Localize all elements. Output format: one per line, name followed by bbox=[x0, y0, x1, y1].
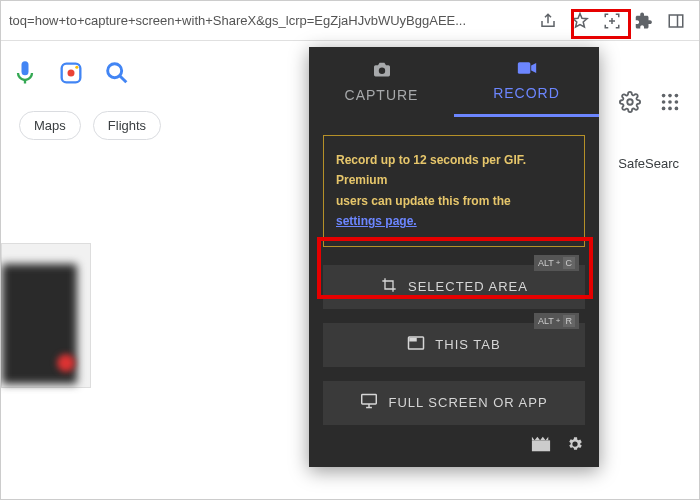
svg-point-8 bbox=[662, 94, 666, 98]
svg-rect-21 bbox=[362, 395, 377, 404]
safesearch-label[interactable]: SafeSearc bbox=[618, 156, 679, 171]
search-result-thumbnail[interactable] bbox=[1, 243, 91, 388]
svg-rect-18 bbox=[517, 62, 530, 74]
full-screen-label: FULL SCREEN OR APP bbox=[388, 395, 547, 410]
notice-line2: users can update this from the bbox=[336, 194, 511, 208]
settings-gear-icon[interactable] bbox=[619, 91, 641, 117]
svg-rect-0 bbox=[669, 15, 683, 27]
tab-capture-label: CAPTURE bbox=[345, 87, 419, 103]
gear-icon[interactable] bbox=[565, 435, 585, 457]
svg-point-3 bbox=[68, 70, 75, 77]
tab-capture[interactable]: CAPTURE bbox=[309, 47, 454, 117]
svg-point-13 bbox=[675, 100, 679, 104]
svg-point-10 bbox=[675, 94, 679, 98]
svg-point-5 bbox=[108, 64, 122, 78]
extensions-puzzle-icon[interactable] bbox=[635, 12, 653, 30]
settings-page-link[interactable]: settings page. bbox=[336, 214, 417, 228]
extension-tabs: CAPTURE RECORD bbox=[309, 47, 599, 117]
share-icon[interactable] bbox=[539, 12, 557, 30]
svg-point-11 bbox=[662, 100, 666, 104]
apps-grid-icon[interactable] bbox=[659, 91, 681, 117]
tab-icon bbox=[407, 335, 425, 354]
svg-point-16 bbox=[675, 107, 679, 111]
shortcut-badge: ALT + R bbox=[534, 313, 579, 329]
svg-point-14 bbox=[662, 107, 666, 111]
url-text: toq=how+to+capture+screen+with+ShareX&gs… bbox=[9, 13, 533, 28]
this-tab-label: THIS TAB bbox=[435, 337, 500, 352]
monitor-icon bbox=[360, 393, 378, 412]
annotation-highlight-extension-icon bbox=[571, 9, 631, 39]
tab-record-label: RECORD bbox=[493, 85, 560, 101]
google-header-icons bbox=[619, 91, 681, 117]
extension-footer bbox=[531, 435, 585, 457]
annotation-highlight-selected-area bbox=[317, 237, 593, 299]
svg-point-17 bbox=[378, 67, 384, 73]
film-icon[interactable] bbox=[531, 435, 551, 457]
premium-notice: Record up to 12 seconds per GIF. Premium… bbox=[323, 135, 585, 247]
this-tab-button[interactable]: ALT + R THIS TAB bbox=[323, 323, 585, 367]
svg-point-15 bbox=[668, 107, 672, 111]
notice-line1: Record up to 12 seconds per GIF. Premium bbox=[336, 153, 526, 187]
svg-rect-24 bbox=[532, 440, 550, 451]
search-icon[interactable] bbox=[103, 59, 131, 87]
tab-record[interactable]: RECORD bbox=[454, 47, 599, 117]
svg-point-12 bbox=[668, 100, 672, 104]
svg-point-4 bbox=[75, 66, 78, 69]
full-screen-button[interactable]: FULL SCREEN OR APP bbox=[323, 381, 585, 425]
thumbnail-record-dot bbox=[57, 354, 75, 372]
chip-maps[interactable]: Maps bbox=[19, 111, 81, 140]
side-panel-icon[interactable] bbox=[667, 12, 685, 30]
svg-point-9 bbox=[668, 94, 672, 98]
chip-flights[interactable]: Flights bbox=[93, 111, 161, 140]
svg-rect-20 bbox=[410, 339, 416, 341]
video-icon bbox=[517, 60, 537, 79]
camera-icon bbox=[372, 62, 392, 81]
svg-line-6 bbox=[120, 76, 126, 82]
voice-search-icon[interactable] bbox=[11, 59, 39, 87]
svg-point-7 bbox=[627, 99, 633, 105]
lens-search-icon[interactable] bbox=[57, 59, 85, 87]
